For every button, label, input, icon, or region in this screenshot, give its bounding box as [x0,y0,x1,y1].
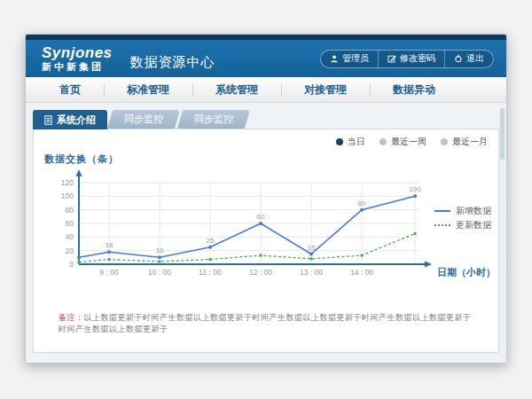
user-menu-item-0[interactable]: 管理员 [321,51,378,67]
content-area: 系统介绍同步监控同步监控 当日最近一周最近一月 数据交换（条） 02040608… [26,103,506,364]
tab-0[interactable]: 系统介绍 [33,110,107,129]
nav-item-1[interactable]: 标准管理 [104,77,192,102]
vertical-scrollbar[interactable] [499,104,505,361]
svg-text:12 : 00: 12 : 00 [249,268,272,277]
nav-item-0[interactable]: 首页 [36,77,104,102]
line-chart: 0204060801001209 : 0010 : 0011 : 0012 : … [34,165,495,285]
user-icon [330,54,339,63]
radio-dot [336,138,343,145]
doc-icon [44,115,52,125]
radio-dot [379,138,387,145]
svg-text:25: 25 [207,237,215,245]
tab-1[interactable]: 同步监控 [107,110,180,129]
radio-2[interactable]: 最近一月 [441,136,488,148]
app-header: Synjones 新中新集团 数据资源中心 管理员修改密码退出 [26,40,506,77]
svg-text:80: 80 [66,206,74,215]
user-menu-item-2[interactable]: 退出 [444,51,493,67]
svg-text:10 : 00: 10 : 00 [148,268,171,277]
edit-icon [387,54,396,63]
user-menu-item-1[interactable]: 修改密码 [378,51,444,67]
svg-text:日期（小时）: 日期（小时） [437,267,495,278]
svg-text:60: 60 [66,219,74,228]
note-text: 以上数据更新于时间产生数据以上数据更新于时间产生数据以上数据更新于时间产生数据以… [59,313,472,333]
user-menu: 管理员修改密码退出 [320,50,494,68]
power-icon [454,54,463,63]
y-axis-title: 数据交换（条） [44,153,119,166]
brand-name: Synjones [42,45,113,60]
svg-text:80: 80 [358,200,366,207]
legend-swatch [434,210,450,212]
brand-logo: Synjones 新中新集团 [42,45,113,72]
note-label: 备注： [59,313,84,322]
svg-text:11 : 00: 11 : 00 [199,268,222,277]
tab-2[interactable]: 同步监控 [177,110,250,129]
main-nav: 首页标准管理系统管理对接管理数据异动 [26,77,506,103]
legend-item-1[interactable]: 更新数据 [434,218,491,232]
radio-dot [441,138,448,145]
svg-text:40: 40 [66,232,74,241]
svg-text:20: 20 [66,246,74,255]
svg-text:18: 18 [106,241,113,249]
svg-text:100: 100 [409,185,421,193]
svg-text:9 : 00: 9 : 00 [99,268,119,277]
nav-item-3[interactable]: 对接管理 [281,77,370,102]
chart-panel: 当日最近一周最近一月 数据交换（条） 0204060801001209 : 00… [33,129,499,353]
radio-0[interactable]: 当日 [336,136,365,148]
desktop-background: Synjones 新中新集团 数据资源中心 管理员修改密码退出 首页标准管理系统… [0,0,532,399]
svg-text:100: 100 [61,192,74,200]
time-range-radios: 当日最近一周最近一月 [336,136,488,148]
scrollbar-thumb[interactable] [500,108,505,160]
tab-bar: 系统介绍同步监控同步监控 [33,110,499,129]
footer-note: 备注：以上数据更新于时间产生数据以上数据更新于时间产生数据以上数据更新于时间产生… [59,312,477,335]
svg-text:14 : 00: 14 : 00 [350,268,373,277]
company-name: 新中新集团 [42,62,113,72]
svg-text:0: 0 [69,260,74,269]
legend-swatch [434,224,450,226]
nav-item-2[interactable]: 系统管理 [192,77,281,102]
svg-text:13 : 00: 13 : 00 [300,268,323,277]
page-title: 数据资源中心 [130,54,215,71]
radio-1[interactable]: 最近一周 [379,136,426,148]
chart-legend: 新增数据更新数据 [434,204,491,232]
nav-item-4[interactable]: 数据异动 [370,77,458,102]
svg-text:120: 120 [61,178,74,187]
svg-text:10: 10 [156,246,164,254]
legend-item-0[interactable]: 新增数据 [434,204,491,218]
svg-text:60: 60 [257,213,265,221]
app-window: Synjones 新中新集团 数据资源中心 管理员修改密码退出 首页标准管理系统… [25,34,507,364]
svg-text:15: 15 [308,244,316,252]
